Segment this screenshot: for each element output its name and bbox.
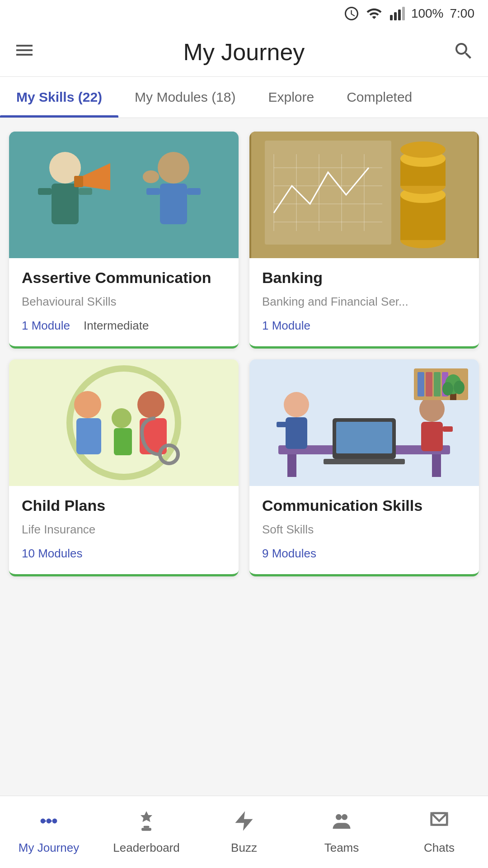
tabs-bar: My Skills (22) My Modules (18) Explore C… bbox=[0, 77, 488, 118]
nav-label-leaderboard: Leaderboard bbox=[113, 841, 179, 855]
card-title-banking: Banking bbox=[262, 269, 466, 287]
card-assertive-communication[interactable]: Assertive Communication Behavioural SKil… bbox=[9, 132, 239, 349]
svg-rect-14 bbox=[187, 188, 201, 195]
svg-rect-24 bbox=[265, 141, 391, 245]
svg-marker-70 bbox=[235, 811, 253, 830]
battery-percent: 100% bbox=[411, 6, 444, 21]
hamburger-button[interactable] bbox=[14, 39, 35, 65]
search-button[interactable] bbox=[453, 40, 474, 64]
alarm-icon bbox=[343, 5, 360, 22]
nav-item-chats[interactable]: Chats bbox=[390, 796, 488, 868]
card-image-assertive bbox=[9, 132, 239, 258]
card-body-comm-skills: Communication Skills Soft Skills 9 Modul… bbox=[249, 486, 479, 574]
card-title-child-plans: Child Plans bbox=[22, 497, 226, 514]
tab-my-skills[interactable]: My Skills (22) bbox=[0, 77, 118, 118]
nav-label-teams: Teams bbox=[324, 841, 359, 855]
page-title: My Journey bbox=[183, 38, 305, 66]
svg-rect-7 bbox=[38, 188, 52, 195]
nav-item-my-journey[interactable]: My Journey bbox=[0, 796, 98, 868]
signal-icon bbox=[389, 5, 405, 22]
svg-rect-8 bbox=[79, 188, 92, 195]
buzz-icon bbox=[232, 809, 256, 836]
card-modules-assertive: 1 Module bbox=[22, 319, 70, 333]
card-child-plans[interactable]: Child Plans Life Insurance 10 Modules bbox=[9, 359, 239, 576]
card-image-banking bbox=[249, 132, 479, 258]
chats-icon bbox=[427, 809, 451, 836]
cards-grid: Assertive Communication Behavioural SKil… bbox=[0, 118, 488, 590]
svg-rect-54 bbox=[421, 422, 443, 451]
svg-rect-46 bbox=[432, 454, 441, 477]
svg-rect-57 bbox=[418, 372, 424, 396]
card-modules-comm-skills: 9 Modules bbox=[262, 547, 316, 561]
svg-point-23 bbox=[400, 142, 446, 158]
nav-item-leaderboard[interactable]: Leaderboard bbox=[98, 796, 195, 868]
svg-point-67 bbox=[52, 819, 57, 824]
card-body-assertive: Assertive Communication Behavioural SKil… bbox=[9, 258, 239, 346]
card-meta-comm-skills: 9 Modules bbox=[262, 547, 466, 561]
svg-rect-45 bbox=[287, 454, 296, 477]
svg-rect-51 bbox=[286, 417, 307, 449]
svg-point-40 bbox=[112, 408, 131, 428]
card-body-child-plans: Child Plans Life Insurance 10 Modules bbox=[9, 486, 239, 574]
svg-point-38 bbox=[137, 391, 164, 418]
card-image-child-plans bbox=[9, 359, 239, 486]
time-display: 7:00 bbox=[450, 6, 475, 21]
card-title-comm-skills: Communication Skills bbox=[262, 497, 466, 514]
svg-rect-52 bbox=[277, 422, 287, 427]
card-modules-banking: 1 Module bbox=[262, 319, 310, 333]
svg-point-36 bbox=[74, 391, 101, 418]
svg-point-72 bbox=[342, 814, 347, 820]
svg-rect-69 bbox=[141, 828, 151, 831]
card-subtitle-assertive: Behavioural SKills bbox=[22, 295, 226, 309]
svg-rect-6 bbox=[52, 184, 79, 224]
card-title-assertive: Assertive Communication bbox=[22, 269, 226, 287]
svg-point-64 bbox=[454, 381, 465, 394]
card-subtitle-comm-skills: Soft Skills bbox=[262, 523, 466, 537]
nav-label-buzz: Buzz bbox=[231, 841, 257, 855]
tab-my-modules[interactable]: My Modules (18) bbox=[118, 77, 252, 118]
card-body-banking: Banking Banking and Financial Ser... 1 M… bbox=[249, 258, 479, 346]
wifi-icon bbox=[366, 5, 382, 22]
svg-rect-3 bbox=[402, 7, 405, 20]
bottom-navigation: My Journey Leaderboard Buzz bbox=[0, 796, 488, 868]
card-subtitle-banking: Banking and Financial Ser... bbox=[262, 295, 466, 309]
svg-rect-49 bbox=[324, 459, 405, 464]
nav-item-teams[interactable]: Teams bbox=[293, 796, 390, 868]
svg-rect-13 bbox=[146, 188, 160, 195]
status-icons: 100% 7:00 bbox=[343, 5, 474, 22]
svg-rect-68 bbox=[144, 826, 150, 828]
nav-label-chats: Chats bbox=[424, 841, 455, 855]
card-banking[interactable]: Banking Banking and Financial Ser... 1 M… bbox=[249, 132, 479, 349]
svg-point-50 bbox=[284, 392, 309, 417]
svg-point-11 bbox=[158, 152, 189, 184]
card-communication-skills[interactable]: Communication Skills Soft Skills 9 Modul… bbox=[249, 359, 479, 576]
leaderboard-icon bbox=[135, 809, 158, 836]
journey-icon bbox=[37, 809, 61, 836]
card-meta-child-plans: 10 Modules bbox=[22, 547, 226, 561]
status-bar: 100% 7:00 bbox=[0, 0, 488, 27]
svg-rect-12 bbox=[160, 184, 187, 224]
svg-point-53 bbox=[419, 396, 445, 422]
card-meta-assertive: 1 Module Intermediate bbox=[22, 319, 226, 333]
svg-point-63 bbox=[442, 382, 453, 396]
card-modules-child-plans: 10 Modules bbox=[22, 547, 82, 561]
svg-point-15 bbox=[143, 170, 159, 183]
svg-rect-48 bbox=[336, 422, 392, 453]
svg-rect-1 bbox=[394, 12, 397, 20]
svg-rect-10 bbox=[74, 176, 83, 187]
card-image-comm-skills bbox=[249, 359, 479, 486]
tab-explore[interactable]: Explore bbox=[252, 77, 330, 118]
tab-completed[interactable]: Completed bbox=[330, 77, 428, 118]
svg-rect-0 bbox=[390, 15, 393, 20]
svg-rect-41 bbox=[114, 428, 132, 455]
svg-rect-37 bbox=[76, 418, 101, 454]
card-subtitle-child-plans: Life Insurance bbox=[22, 523, 226, 537]
nav-item-buzz[interactable]: Buzz bbox=[195, 796, 293, 868]
nav-label-my-journey: My Journey bbox=[19, 841, 79, 855]
card-meta-banking: 1 Module bbox=[262, 319, 466, 333]
teams-icon bbox=[330, 809, 353, 836]
svg-rect-58 bbox=[426, 372, 432, 396]
svg-point-71 bbox=[336, 814, 342, 820]
app-header: My Journey bbox=[0, 27, 488, 77]
card-level-assertive: Intermediate bbox=[84, 319, 149, 333]
